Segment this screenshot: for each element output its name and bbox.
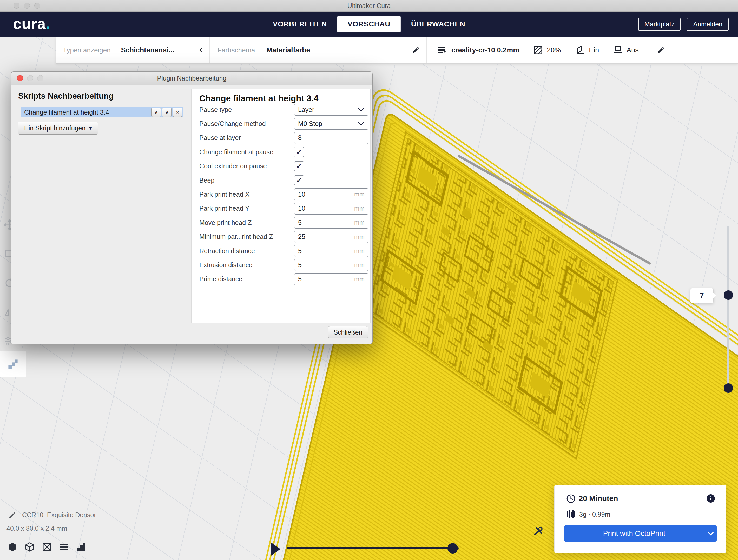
dialog-close-traffic-button[interactable] <box>17 75 23 81</box>
field-input[interactable]: 5mm <box>294 216 368 228</box>
field-label: Change filament at pause <box>199 148 285 156</box>
input-unit: mm <box>354 275 365 283</box>
field-label: Move print head Z <box>199 219 285 226</box>
field-input[interactable]: 5mm <box>294 259 368 271</box>
script-list-item-selected[interactable]: Change filament at height 3.4 ∧ ∨ × <box>21 107 183 117</box>
timeline-slider-track[interactable] <box>287 547 459 549</box>
field-checkbox[interactable]: ✓ <box>294 161 304 171</box>
marketplace-button[interactable]: Marktplatz <box>638 18 681 31</box>
model-list-tile[interactable] <box>0 351 26 377</box>
field-input[interactable]: 10mm <box>294 202 368 214</box>
tab-ueberwachen[interactable]: ÜBERWACHEN <box>401 16 475 32</box>
input-value: 8 <box>298 134 302 141</box>
printer-profile-value[interactable]: creality-cr-10 0.2mm <box>451 46 519 54</box>
color-scheme-value[interactable]: Materialfarbe <box>267 46 310 54</box>
clock-icon <box>566 494 576 504</box>
field-input[interactable]: 5mm <box>294 273 368 285</box>
play-button[interactable] <box>271 542 280 556</box>
layer-slider-upper-handle[interactable] <box>724 291 733 300</box>
input-unit: mm <box>354 219 365 226</box>
infill-value[interactable]: 20% <box>547 46 561 54</box>
view-cube-icon[interactable] <box>25 542 34 552</box>
cura-logo: cura. <box>13 15 50 32</box>
zoom-window-button[interactable] <box>34 3 40 9</box>
support-value[interactable]: Ein <box>589 46 599 54</box>
view-solid-cube-icon[interactable] <box>8 542 17 552</box>
timeline-slider-handle[interactable] <box>447 543 458 554</box>
field-label: Pause/Change method <box>199 120 285 127</box>
window-controls <box>14 3 40 9</box>
field-row-beep: Beep✓ <box>199 174 366 186</box>
minimize-window-button[interactable] <box>24 3 30 9</box>
window-title: Ultimaker Cura <box>347 2 391 10</box>
input-value: 10 <box>298 205 305 212</box>
field-select[interactable]: M0 Stop <box>294 118 368 130</box>
edit-color-scheme-icon[interactable] <box>412 46 420 54</box>
tab-vorschau[interactable]: VORSCHAU <box>337 16 401 32</box>
input-value: 25 <box>298 233 305 240</box>
add-script-dropdown[interactable]: Ein Skript hinzufügen ▾ <box>18 121 98 134</box>
dialog-zoom-traffic-button[interactable] <box>37 75 43 81</box>
view-type-section[interactable]: Typen anzeigen Schichtenansi... ‹ <box>56 37 210 63</box>
field-label: Retraction distance <box>199 247 285 255</box>
view-wireframe-icon[interactable] <box>42 542 51 552</box>
adhesion-icon <box>614 46 622 55</box>
dialog-close-button[interactable]: Schließen <box>328 326 368 338</box>
color-scheme-label: Farbschema <box>218 46 255 54</box>
layer-slider-track[interactable] <box>727 226 729 393</box>
print-with-octoprint-button[interactable]: Print with OctoPrint <box>564 525 717 542</box>
dialog-title: Plugin Nachbearbeitung <box>157 75 227 82</box>
layer-slider-lower-handle[interactable] <box>724 383 733 393</box>
close-window-button[interactable] <box>14 3 19 9</box>
move-script-up-button[interactable]: ∧ <box>151 107 161 117</box>
select-value: M0 Stop <box>298 120 322 127</box>
field-label: Minimum par...rint head Z <box>199 233 285 240</box>
print-settings-section[interactable]: creality-cr-10 0.2mm 20% Ein Aus <box>426 37 738 63</box>
move-script-down-button[interactable]: ∨ <box>162 107 171 117</box>
field-row-move-print-head-z: Move print head Z5mm <box>199 216 366 228</box>
script-settings-panel: Change filament at height 3.4 Pause type… <box>191 89 371 323</box>
rename-model-icon[interactable] <box>8 511 16 519</box>
color-scheme-section[interactable]: Farbschema Materialfarbe <box>210 37 426 63</box>
view-layers-icon[interactable] <box>59 542 69 552</box>
signin-button[interactable]: Anmelden <box>687 18 729 31</box>
input-unit: mm <box>354 205 365 212</box>
view-steps-icon[interactable] <box>76 542 86 552</box>
field-input[interactable]: 25mm <box>294 231 368 243</box>
input-value: 5 <box>298 247 302 255</box>
field-input[interactable]: 8 <box>294 132 368 144</box>
field-label: Beep <box>199 177 285 184</box>
dialog-titlebar[interactable]: Plugin Nachbearbeitung <box>11 72 372 85</box>
octoprint-settings-wrench-icon[interactable] <box>533 526 543 536</box>
field-label: Prime distance <box>199 275 285 283</box>
input-value: 5 <box>298 261 302 269</box>
model-list-icon <box>7 359 19 370</box>
field-input[interactable]: 10mm <box>294 188 368 200</box>
info-icon[interactable]: i <box>707 494 715 503</box>
chevron-down-icon <box>708 532 714 536</box>
field-select[interactable]: Layer <box>294 104 368 116</box>
view-type-value[interactable]: Schichtenansi... <box>121 46 174 54</box>
print-summary-card: 20 Minuten i 3g · 0.99m Print with OctoP… <box>554 485 726 553</box>
edit-print-settings-icon[interactable] <box>657 46 665 54</box>
post-processing-dialog: Plugin Nachbearbeitung Skripts Nachbearb… <box>11 71 373 344</box>
field-checkbox[interactable]: ✓ <box>294 147 304 157</box>
dialog-minimize-traffic-button[interactable] <box>27 75 33 81</box>
chevron-left-icon[interactable]: ‹ <box>199 44 203 55</box>
adhesion-value[interactable]: Aus <box>627 46 639 54</box>
caret-down-icon: ▾ <box>89 125 92 131</box>
remove-script-button[interactable]: × <box>173 107 182 117</box>
field-label: Cool extruder on pause <box>199 162 285 170</box>
script-row-buttons: ∧ ∨ × <box>151 107 182 117</box>
field-row-park-print-head-x: Park print head X10mm <box>199 188 366 200</box>
print-options-dropdown[interactable] <box>705 525 717 542</box>
input-unit: mm <box>354 191 365 198</box>
field-checkbox[interactable]: ✓ <box>294 175 304 185</box>
header-buttons: Marktplatz Anmelden <box>638 11 729 37</box>
field-input[interactable]: 5mm <box>294 245 368 257</box>
logo-dot: . <box>46 15 50 32</box>
model-name: CCR10_Exquisite Densor <box>22 511 96 519</box>
scripts-heading: Skripts Nachbearbeitung <box>18 91 113 101</box>
tab-vorbereiten[interactable]: VORBEREITEN <box>263 16 337 32</box>
macos-titlebar[interactable]: Ultimaker Cura <box>0 0 738 12</box>
